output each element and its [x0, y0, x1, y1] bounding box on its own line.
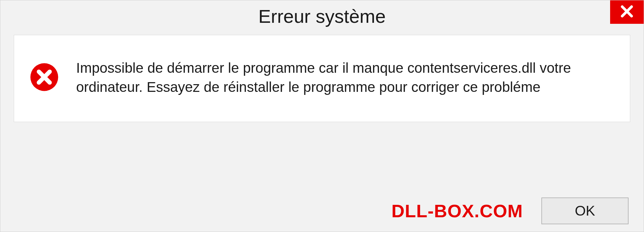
ok-button-label: OK: [575, 203, 595, 219]
ok-button[interactable]: OK: [541, 197, 629, 224]
close-button[interactable]: [610, 0, 644, 24]
dialog-footer: DLL-BOX.COM OK: [0, 190, 644, 232]
dialog-title: Erreur système: [258, 5, 386, 27]
error-message: Impossible de démarrer le programme car …: [76, 59, 611, 97]
title-bar: Erreur système: [0, 0, 644, 32]
brand-label: DLL-BOX.COM: [391, 200, 523, 221]
error-dialog: Erreur système Impossible de démarrer le…: [0, 0, 644, 232]
close-icon: [620, 4, 634, 20]
content-panel: Impossible de démarrer le programme car …: [14, 35, 630, 122]
error-icon: [29, 59, 59, 94]
